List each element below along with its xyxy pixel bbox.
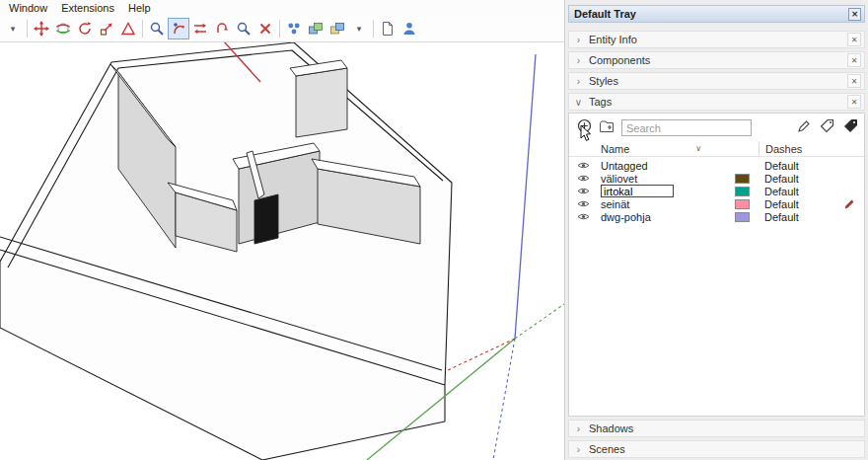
tag-name[interactable]: seinät — [595, 198, 705, 210]
section-close-icon[interactable]: ✕ — [847, 33, 861, 46]
toolbar-separator — [142, 20, 143, 38]
walk-tool-icon[interactable] — [168, 18, 189, 39]
chevron-right-icon: › — [574, 423, 583, 434]
tag-name[interactable]: Untagged — [595, 160, 705, 172]
tag-name[interactable]: väliovet — [595, 173, 705, 185]
tag-row-dwg-pohja[interactable]: dwg-pohja Default — [569, 210, 864, 223]
chevron-right-icon: › — [574, 76, 583, 87]
toolbar-separator — [279, 20, 280, 38]
tag-name-edit-input[interactable] — [601, 185, 674, 197]
tag-row-seinat[interactable]: seinät Default — [569, 197, 864, 210]
zoom-tool-icon[interactable] — [233, 18, 254, 39]
scale-tool-icon[interactable] — [96, 18, 117, 39]
soften-edges-tool-icon[interactable] — [305, 18, 326, 39]
tag-dashes-value[interactable]: Default — [759, 160, 864, 172]
left-column: Window Extensions Help ▾ ▾ — [0, 0, 564, 460]
purge-tags-icon[interactable] — [797, 119, 811, 137]
model-canvas[interactable] — [0, 42, 564, 460]
rotate-tool-icon[interactable] — [74, 18, 96, 39]
section-label: Shadows — [589, 422, 633, 434]
green-axis-dashed — [515, 304, 564, 339]
eye-icon[interactable] — [577, 160, 590, 172]
chevron-right-icon: › — [574, 444, 583, 455]
doorway-opening — [254, 194, 278, 244]
toolbar-separator — [27, 20, 28, 38]
sign-in-user-icon[interactable] — [398, 18, 420, 39]
name-column-label: Name — [601, 143, 629, 155]
eye-icon[interactable] — [577, 198, 590, 210]
delete-tool-icon[interactable] — [254, 18, 276, 39]
dashes-column-header[interactable]: Dashes — [759, 141, 864, 157]
blue-axis-dashed — [493, 339, 515, 460]
section-close-icon[interactable]: ✕ — [847, 53, 861, 67]
tag-row-untagged[interactable]: Untagged Default — [569, 159, 864, 172]
menu-bar: Window Extensions Help — [0, 0, 564, 16]
add-tag-folder-icon[interactable] — [599, 119, 615, 137]
menu-extensions[interactable]: Extensions — [54, 1, 121, 15]
tags-panel-body: Name ∨ Dashes Untagged Default väliovet — [568, 113, 865, 417]
menu-help[interactable]: Help — [121, 1, 158, 15]
section-close-icon[interactable]: ✕ — [847, 74, 861, 88]
tag-dashes-value[interactable]: Default — [759, 186, 864, 197]
building-shell — [0, 42, 452, 460]
interact-tool-icon[interactable] — [283, 18, 305, 39]
name-sort-chevron-icon[interactable]: ∨ — [695, 144, 705, 153]
tag-outline-icon[interactable] — [820, 118, 834, 137]
chevron-down-icon: ∨ — [574, 97, 583, 108]
tag-color-swatch[interactable] — [735, 199, 750, 209]
section-label: Entity Info — [589, 34, 637, 45]
tag-search-input[interactable] — [621, 119, 752, 136]
section-tags[interactable]: ∨ Tags ✕ — [568, 93, 865, 111]
tag-color-swatch[interactable] — [735, 174, 750, 184]
section-components[interactable]: › Components ✕ — [568, 51, 865, 69]
offset-tool-icon[interactable] — [211, 18, 233, 39]
tag-filled-icon[interactable] — [843, 118, 858, 137]
tag-color-swatch[interactable] — [735, 187, 750, 196]
selection-dropdown-icon[interactable]: ▾ — [2, 18, 24, 39]
3d-floor-plan-model — [0, 42, 564, 460]
tag-color-swatch[interactable] — [735, 212, 750, 222]
blue-axis — [515, 54, 536, 339]
eye-icon[interactable] — [577, 173, 590, 185]
tag-row-valiovet[interactable]: väliovet Default — [569, 172, 864, 185]
move-tool-icon[interactable] — [31, 18, 52, 39]
name-column-header[interactable]: Name ∨ — [595, 143, 705, 155]
section-label: Components — [589, 54, 650, 66]
outer-shell-tool-icon[interactable] — [326, 18, 348, 39]
section-label: Scenes — [589, 443, 625, 455]
menu-window[interactable]: Window — [2, 1, 54, 15]
section-scenes[interactable]: › Scenes — [568, 440, 865, 458]
tag-dashes-value[interactable]: Default — [759, 211, 864, 223]
section-close-icon[interactable]: ✕ — [847, 95, 861, 109]
orbit-tool-icon[interactable] — [52, 18, 74, 39]
tags-column-header: Name ∨ Dashes — [569, 141, 864, 157]
zoom-window-tool-icon[interactable] — [146, 18, 168, 39]
section-shadows[interactable]: › Shadows — [568, 420, 865, 437]
solid-tools-dropdown-icon[interactable]: ▾ — [348, 18, 370, 39]
tray-close-icon[interactable]: ✕ — [848, 8, 861, 21]
tag-name[interactable]: dwg-pohja — [595, 211, 705, 223]
flip-tool-icon[interactable] — [189, 18, 211, 39]
tags-toolbar — [569, 114, 864, 141]
tool-bar: ▾ ▾ — [0, 16, 564, 42]
section-entity-info[interactable]: › Entity Info ✕ — [568, 31, 865, 48]
section-label: Tags — [589, 96, 612, 108]
axes-tool-icon[interactable] — [117, 18, 139, 39]
tray-title: Default Tray — [574, 8, 636, 20]
tag-row-irtokal[interactable]: Default — [569, 185, 864, 197]
tag-dashes-value[interactable]: Default — [759, 173, 864, 185]
eye-icon[interactable] — [577, 186, 590, 197]
default-tray-panel: Default Tray ✕ › Entity Info ✕ › Compone… — [564, 0, 868, 460]
chevron-right-icon: › — [574, 35, 583, 45]
section-label: Styles — [589, 75, 618, 87]
new-document-icon[interactable] — [377, 18, 398, 39]
section-styles[interactable]: › Styles ✕ — [568, 72, 865, 90]
chevron-right-icon: › — [574, 55, 583, 66]
tray-titlebar[interactable]: Default Tray ✕ — [568, 5, 865, 23]
tag-list: Untagged Default väliovet Default Defaul… — [569, 157, 864, 223]
add-tag-icon[interactable] — [577, 118, 592, 137]
eye-icon[interactable] — [577, 211, 590, 223]
toolbar-separator — [373, 20, 374, 38]
sketchup-window: Window Extensions Help ▾ ▾ — [0, 0, 868, 460]
